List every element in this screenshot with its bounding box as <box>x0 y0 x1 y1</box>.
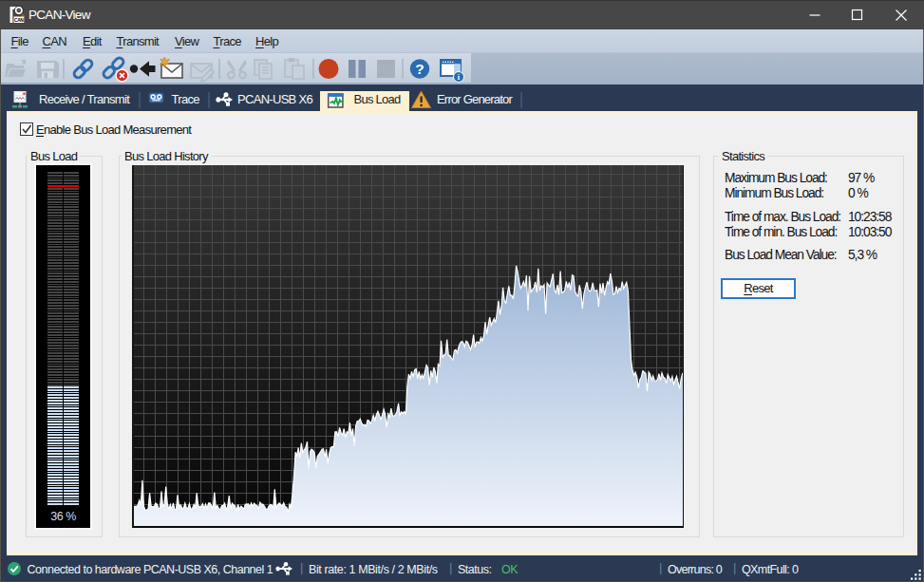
svg-text:PCAN-USB X6: PCAN-USB X6 <box>237 92 312 106</box>
svg-text:Trace: Trace <box>172 92 200 106</box>
svg-text:?: ? <box>415 61 424 77</box>
svg-text:Receive / Transmit: Receive / Transmit <box>39 92 130 106</box>
svg-text:Error Generator: Error Generator <box>437 92 514 106</box>
svg-text:Bus Load: Bus Load <box>354 92 401 106</box>
svg-text:CAN: CAN <box>14 18 24 23</box>
